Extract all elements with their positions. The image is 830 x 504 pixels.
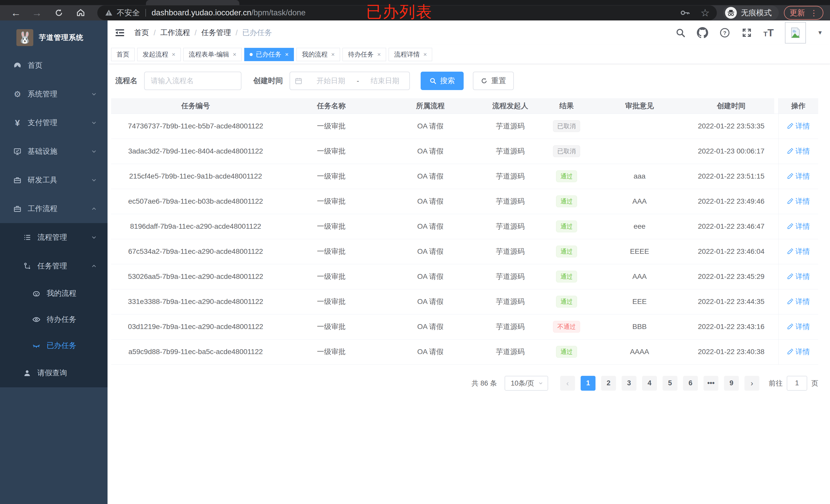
sidebar-item-待办任务[interactable]: 待办任务	[0, 306, 107, 333]
sidebar-item-研发工具[interactable]: 研发工具	[0, 166, 107, 195]
browser-menu-dots-icon[interactable]: ⋮	[810, 8, 818, 18]
font-size-icon[interactable]: TT	[763, 27, 774, 39]
tab-首页[interactable]: 首页	[111, 48, 135, 61]
close-icon[interactable]: ×	[423, 51, 427, 58]
prev-page-button[interactable]: ‹	[560, 376, 575, 391]
close-icon[interactable]: ×	[377, 51, 381, 58]
tab-发起流程[interactable]: 发起流程×	[137, 48, 181, 61]
sidebar-item-label: 首页	[28, 60, 42, 71]
status-badge: 通过	[556, 271, 577, 282]
tab-流程表单-编辑[interactable]: 流程表单-编辑×	[183, 48, 242, 61]
breadcrumb-item-任务管理[interactable]: 任务管理	[201, 28, 231, 38]
close-icon[interactable]: ×	[233, 51, 236, 58]
sidebar-item-label: 研发工具	[28, 175, 57, 185]
detail-link[interactable]: 详情	[787, 222, 810, 231]
avatar[interactable]	[785, 22, 806, 43]
fullscreen-icon[interactable]	[741, 27, 752, 38]
forward-icon[interactable]: →	[32, 8, 42, 18]
close-icon[interactable]: ×	[172, 51, 175, 58]
not-secure-label[interactable]: 不安全	[117, 8, 140, 18]
detail-link[interactable]: 详情	[787, 322, 810, 332]
tab-已办任务[interactable]: 已办任务×	[244, 48, 294, 61]
page-ellipsis[interactable]: •••	[704, 376, 719, 391]
detail-link[interactable]: 详情	[787, 297, 810, 306]
cell-task-id: 3adac3d2-7b9d-11ec-8404-acde48001122	[111, 139, 280, 164]
page-button-3[interactable]: 3	[621, 376, 636, 391]
breadcrumb-item-首页[interactable]: 首页	[134, 28, 149, 38]
tab-待办任务[interactable]: 待办任务×	[343, 48, 386, 61]
start-date-placeholder[interactable]: 开始日期	[307, 76, 355, 86]
sidebar-item-系统管理[interactable]: ⚙系统管理	[0, 80, 107, 108]
page-button-4[interactable]: 4	[642, 376, 657, 391]
cell-task-name: 一级审批	[280, 339, 382, 364]
page-button-9[interactable]: 9	[724, 376, 739, 391]
cell-actions: 详情	[778, 339, 818, 364]
status-badge: 通过	[556, 246, 577, 257]
page-size-select[interactable]: 10条/页	[505, 376, 548, 391]
key-icon[interactable]	[680, 8, 690, 17]
page-button-1[interactable]: 1	[581, 376, 596, 391]
detail-link[interactable]: 详情	[787, 146, 810, 156]
sidebar-item-任务管理[interactable]: 任务管理	[0, 252, 107, 280]
date-range-picker[interactable]: 开始日期 - 结束日期	[290, 72, 410, 90]
detail-link[interactable]: 详情	[787, 121, 810, 131]
not-secure-warning-icon[interactable]	[104, 9, 113, 17]
page-button-2[interactable]: 2	[601, 376, 616, 391]
cell-task-id: 331e3388-7b9a-11ec-a290-acde48001122	[111, 289, 280, 314]
table-row: 74736737-7b9b-11ec-b5b7-acde48001122一级审批…	[111, 113, 818, 139]
next-page-button[interactable]: ›	[744, 376, 759, 391]
sidebar-item-流程管理[interactable]: 流程管理	[0, 223, 107, 252]
detail-link[interactable]: 详情	[787, 197, 810, 206]
cell-actions: 详情	[778, 239, 818, 264]
eye-open-icon	[31, 315, 41, 324]
page-button-5[interactable]: 5	[663, 376, 677, 391]
page-button-6[interactable]: 6	[683, 376, 698, 391]
sidebar-item-工作流程[interactable]: 工作流程	[0, 195, 107, 223]
cell-task-name: 一级审批	[280, 164, 382, 189]
sidebar-item-基础设施[interactable]: 基础设施	[0, 137, 107, 166]
tab-流程详情[interactable]: 流程详情×	[389, 48, 432, 61]
close-icon[interactable]: ×	[285, 51, 289, 58]
sidebar-logo-row[interactable]: 🐰 芋道管理系统	[0, 21, 107, 48]
cell-actions: 详情	[778, 139, 818, 164]
top-navbar: 首页/工作流程/任务管理/已办任务 ? TT ▼	[107, 21, 830, 45]
help-icon[interactable]: ?	[720, 27, 730, 38]
reload-icon[interactable]	[54, 8, 63, 18]
breadcrumb-item-工作流程[interactable]: 工作流程	[160, 28, 190, 38]
sidebar-item-已办任务[interactable]: 已办任务	[0, 333, 107, 359]
process-name-input[interactable]	[144, 72, 242, 90]
sidebar-item-支付管理[interactable]: ¥支付管理	[0, 108, 107, 137]
detail-link[interactable]: 详情	[787, 247, 810, 256]
detail-link[interactable]: 详情	[787, 272, 810, 281]
url-text[interactable]: dashboard.yudao.iocoder.cn/bpm/task/done	[152, 8, 306, 18]
reset-button[interactable]: 重置	[473, 72, 514, 90]
status-badge: 已取消	[553, 145, 580, 157]
sidebar-item-我的流程[interactable]: 我的流程	[0, 280, 107, 306]
detail-link[interactable]: 详情	[787, 347, 810, 357]
browser-update-button[interactable]: 更新 ⋮	[784, 6, 823, 20]
cell-starter: 芋道源码	[478, 289, 542, 314]
column-header-审批意见: 审批意见	[591, 98, 688, 113]
close-icon[interactable]: ×	[331, 51, 334, 58]
sidebar-fold-icon[interactable]	[115, 28, 125, 37]
home-icon[interactable]	[76, 8, 86, 18]
end-date-placeholder[interactable]: 结束日期	[361, 76, 409, 86]
cell-task-id: 03d1219e-7b9a-11ec-a290-acde48001122	[111, 314, 280, 339]
column-header-所属流程: 所属流程	[382, 98, 478, 113]
sidebar-item-label: 请假查询	[37, 368, 67, 378]
browser-active-tab[interactable]	[146, 0, 240, 5]
github-icon[interactable]	[697, 27, 708, 38]
cell-created: 2022-01-22 23:44:35	[688, 289, 774, 314]
back-icon[interactable]: ←	[11, 8, 21, 18]
search-icon[interactable]	[675, 28, 685, 38]
chevron-down-icon	[91, 120, 97, 126]
sidebar-item-请假查询[interactable]: 请假查询	[0, 359, 107, 387]
search-button[interactable]: 搜索	[421, 72, 464, 90]
bookmark-star-icon[interactable]: ☆	[700, 8, 710, 18]
cell-process: OA 请假	[382, 264, 478, 289]
sidebar-item-首页[interactable]: 首页	[0, 51, 107, 80]
goto-page-input[interactable]	[787, 376, 807, 391]
avatar-caret-icon[interactable]: ▼	[817, 29, 823, 36]
detail-link[interactable]: 详情	[787, 171, 810, 181]
tab-我的流程[interactable]: 我的流程×	[296, 48, 340, 61]
